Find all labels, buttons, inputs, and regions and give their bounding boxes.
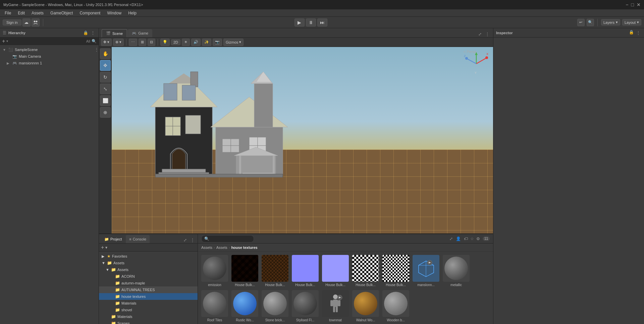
project-item-assets-root[interactable]: ▼ 📁 Assets — [99, 260, 198, 266]
asset-townmat[interactable]: townmat — [322, 290, 349, 322]
audio-btn[interactable]: 🔊 — [191, 39, 201, 46]
menu-window[interactable]: Window — [104, 10, 124, 16]
assets-search-input[interactable] — [211, 237, 251, 241]
scene-background: < Persp — [112, 47, 493, 233]
hierarchy-item-samplescene[interactable]: ▼ ⬛ SampleScene ⋮ — [0, 46, 99, 53]
close-button[interactable]: ✕ — [637, 2, 641, 7]
inspector-lock-icon[interactable]: 🔒 — [629, 30, 634, 36]
asset-roof-tiles[interactable]: Roof Tiles — [201, 290, 228, 322]
project-item-scenes[interactable]: 📁 Scenes — [99, 320, 198, 324]
menu-assets[interactable]: Assets — [29, 10, 46, 16]
cloud-button[interactable]: ☁ — [22, 18, 31, 26]
gizmo-tool-btn[interactable]: ⊟ — [148, 39, 155, 46]
hierarchy-add-button[interactable]: + — [2, 38, 5, 44]
tab-game[interactable]: 🎮 Game — [128, 29, 152, 37]
menu-gameobject[interactable]: GameObject — [48, 10, 75, 16]
asset-walnut-wo[interactable]: Walnut Wo... — [352, 290, 379, 322]
2d-toggle-btn[interactable]: 2D — [171, 39, 180, 45]
asset-house-bulk-bw1[interactable]: House Bulk... — [352, 255, 379, 287]
assets-star-icon[interactable]: ☆ — [470, 236, 474, 241]
hierarchy-lock-icon[interactable]: 🔒 — [83, 30, 89, 36]
breadcrumb-assets-root[interactable]: Assets — [201, 246, 212, 250]
asset-rustic-wo[interactable]: Rustic Wo... — [231, 290, 258, 322]
asset-stone-brick[interactable]: Stone brick... — [262, 290, 288, 322]
render-mode-btn[interactable]: 💡 — [160, 39, 170, 46]
pivot-tool-btn[interactable]: ⊕▾ — [113, 39, 124, 46]
assets-filter-icon[interactable]: ⚙ — [475, 236, 481, 242]
project-item-acorn[interactable]: 📁 ACORN — [99, 273, 198, 280]
hierarchy-search-icon[interactable]: 🔍 — [92, 39, 97, 44]
asset-metallic[interactable]: metallic — [443, 255, 470, 287]
grid-tool-btn[interactable]: ⊞ — [139, 39, 146, 46]
rect-tool-btn[interactable]: ⬜ — [100, 95, 111, 106]
step-button[interactable]: ⏭ — [317, 18, 327, 26]
asset-house-bulk-purple2[interactable]: House Bulk... — [322, 255, 349, 287]
menu-file[interactable]: File — [2, 10, 14, 16]
scene-expand-icon[interactable]: ⤢ — [477, 31, 483, 37]
asset-manslonn[interactable]: manslonn... — [413, 255, 439, 287]
scale-tool-btn[interactable]: ⤡ — [100, 84, 111, 94]
camera-btn[interactable]: 📷 — [213, 39, 222, 46]
hierarchy-more-button[interactable]: ⋮ — [90, 30, 96, 36]
assets-tag-icon[interactable]: 🏷 — [463, 236, 469, 242]
hierarchy-dropdown-icon[interactable]: ▾ — [6, 39, 8, 43]
hierarchy-scene-more[interactable]: ⋮ — [95, 47, 99, 52]
axis-gizmo[interactable]: Y X Z — [463, 50, 490, 77]
pause-button[interactable]: ⏸ — [306, 18, 316, 26]
layers-dropdown[interactable]: Layers ▾ — [601, 19, 620, 25]
asset-house-bulk-2[interactable]: House Bulk... — [262, 255, 288, 287]
gizmos-dropdown[interactable]: Gizmos ▾ — [223, 39, 244, 46]
project-item-favorites[interactable]: ▶ ★ Favorites — [99, 253, 198, 260]
asset-stylised-fl[interactable]: Stylised Fl... — [292, 290, 319, 322]
play-button[interactable]: ▶ — [294, 18, 305, 26]
lighting-btn[interactable]: ☀ — [182, 39, 190, 46]
project-item-materials-sub[interactable]: 📁 Materials — [99, 300, 198, 307]
project-item-autumn-maple[interactable]: 📁 autumn-maple — [99, 280, 198, 286]
minimize-button[interactable]: − — [626, 2, 628, 7]
tab-console[interactable]: ≡ Console — [126, 235, 150, 243]
asset-house-bulk-bw2[interactable]: House Bulk... — [382, 255, 409, 287]
project-add-button[interactable]: + — [101, 245, 104, 251]
asset-emission[interactable]: emission — [201, 255, 228, 287]
assets-person-icon[interactable]: 👤 — [455, 236, 462, 242]
move-tool-btn[interactable]: ✥ — [100, 60, 111, 71]
undo-button[interactable]: ↩ — [577, 19, 585, 26]
project-item-house-textures[interactable]: 📁 house textures — [99, 293, 198, 300]
hierarchy-item-mansion[interactable]: ▶ 🎮 mansionnnn 1 — [0, 60, 99, 66]
menu-edit[interactable]: Edit — [15, 10, 28, 16]
inspector-more-button[interactable]: ⋮ — [635, 30, 641, 36]
rotate-tool-btn[interactable]: ↻ — [100, 72, 111, 83]
restore-button[interactable]: □ — [631, 2, 634, 7]
svg-rect-40 — [155, 174, 283, 177]
scene-3d-view[interactable]: < Persp — [112, 47, 493, 233]
hand-tool-btn[interactable]: ✋ — [100, 48, 111, 59]
collab-button[interactable] — [32, 18, 40, 26]
assets-browser-header: 🔍 ⤢ 👤 🏷 ☆ ⚙ 11 — [198, 234, 493, 244]
project-item-shovel[interactable]: 📁 shovel — [99, 307, 198, 313]
search-button[interactable]: 🔍 — [587, 19, 594, 26]
layout-dropdown[interactable]: Layout ▾ — [622, 19, 641, 25]
project-add-chevron[interactable]: ▾ — [105, 245, 107, 250]
transform-tool-dropdown[interactable]: ✥▾ — [101, 39, 112, 46]
asset-wooden-b[interactable]: Wooden b... — [382, 290, 409, 322]
menu-component[interactable]: Component — [77, 10, 103, 16]
hierarchy-item-maincamera[interactable]: 📷 Main Camera — [0, 53, 99, 60]
project-more-button[interactable]: ⋮ — [190, 237, 196, 243]
project-item-assets-sub[interactable]: ▼ 📁 Assets — [99, 266, 198, 273]
project-item-autumnal-trees[interactable]: 📁 AUTUMNAL TREES — [99, 286, 198, 293]
asset-house-bulk-1[interactable]: House Bulk... — [231, 255, 258, 287]
tab-project[interactable]: 📁 Project — [101, 235, 125, 243]
project-item-materials[interactable]: 📁 Materials — [99, 313, 198, 320]
menu-help[interactable]: Help — [125, 10, 139, 16]
assets-expand-icon[interactable]: ⤢ — [448, 236, 454, 242]
signin-button[interactable]: Sign in — [3, 19, 21, 25]
project-expand-icon[interactable]: ⤢ — [182, 237, 188, 243]
breadcrumb-house-textures[interactable]: house textures — [231, 246, 257, 250]
snap-tool-btn[interactable]: ⋯ — [129, 39, 137, 46]
asset-house-bulk-purple1[interactable]: House Bulk... — [292, 255, 319, 287]
scene-more-button[interactable]: ⋮ — [484, 31, 490, 37]
transform-all-btn[interactable]: ⊕ — [100, 107, 111, 118]
tab-scene[interactable]: 🎬 Scene — [102, 29, 127, 37]
breadcrumb-assets-sub[interactable]: Assets — [216, 246, 227, 250]
fx-btn[interactable]: ✨ — [202, 39, 211, 46]
